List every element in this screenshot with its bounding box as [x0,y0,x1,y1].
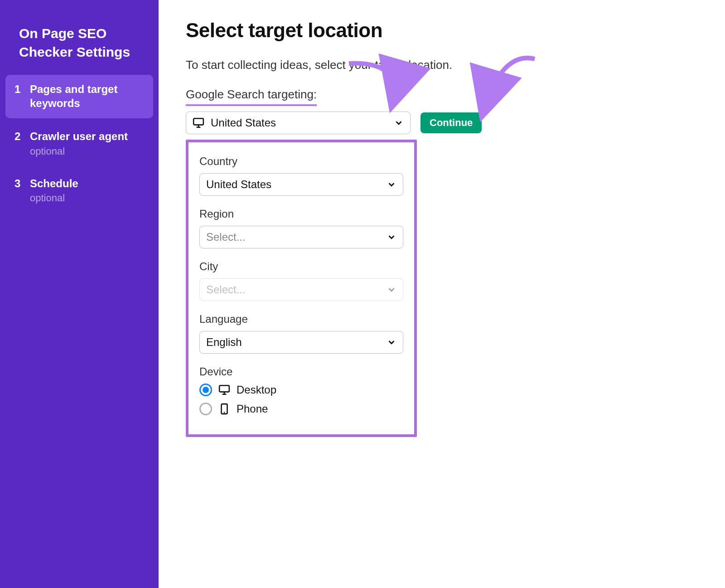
sidebar-item-crawler-user-agent[interactable]: 2 Crawler user agent optional [5,122,153,165]
device-option-label: Phone [237,403,268,415]
sidebar-title: On Page SEO Checker Settings [5,24,153,75]
desktop-icon [193,117,204,129]
targeting-label: Google Search targeting: [186,87,317,106]
country-select[interactable]: United States [199,173,403,196]
city-select[interactable]: Select... [199,278,403,301]
sidebar-item-label: Schedule [30,176,78,190]
country-value: United States [206,178,387,191]
region-placeholder: Select... [206,231,387,243]
language-label: Language [199,313,403,326]
device-radio-phone[interactable]: Phone [199,403,403,415]
region-select[interactable]: Select... [199,226,403,248]
radio-icon [199,384,212,396]
region-field: Region Select... [199,208,403,248]
city-placeholder: Select... [206,283,387,296]
svg-rect-3 [219,385,229,392]
target-location-select[interactable]: United States [186,112,411,134]
sidebar-item-label: Crawler user agent [30,129,128,143]
device-option-label: Desktop [237,384,276,396]
target-location-value: United States [211,117,387,129]
page-subtitle: To start collecting ideas, select your t… [186,58,707,72]
chevron-down-icon [394,118,404,128]
country-label: Country [199,155,403,168]
chevron-down-icon [387,232,396,242]
location-details-panel: Country United States Region Select... C… [186,140,417,437]
continue-button[interactable]: Continue [420,112,482,133]
device-field: Device Desktop Phone [199,365,403,415]
sidebar-item-label: Pages and target keywords [30,82,144,110]
step-number: 3 [14,176,23,190]
step-number: 1 [14,82,23,96]
device-label: Device [199,365,403,378]
settings-sidebar: On Page SEO Checker Settings 1 Pages and… [0,0,159,588]
desktop-icon [218,384,230,396]
phone-icon [218,403,230,415]
chevron-down-icon [387,285,396,295]
region-label: Region [199,208,403,220]
chevron-down-icon [387,180,396,190]
sidebar-item-pages-keywords[interactable]: 1 Pages and target keywords [5,75,153,118]
page-title: Select target location [186,19,707,42]
language-value: English [206,336,387,349]
country-field: Country United States [199,155,403,196]
svg-rect-0 [193,118,203,125]
city-field: City Select... [199,260,403,301]
main-panel: Select target location To start collecti… [159,0,725,588]
city-label: City [199,260,403,273]
step-number: 2 [14,129,23,143]
sidebar-item-schedule[interactable]: 3 Schedule optional [5,169,153,212]
sidebar-item-sublabel: optional [30,146,128,157]
sidebar-item-sublabel: optional [30,192,78,204]
language-select[interactable]: English [199,331,403,354]
device-radio-desktop[interactable]: Desktop [199,384,403,396]
language-field: Language English [199,313,403,354]
chevron-down-icon [387,337,396,347]
radio-icon [199,403,212,415]
